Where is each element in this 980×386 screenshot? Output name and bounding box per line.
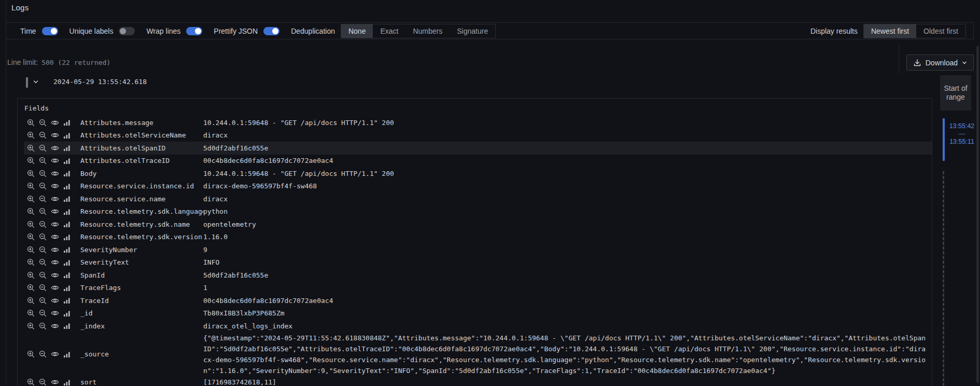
eye-icon[interactable] [51,271,59,279]
eye-icon[interactable] [51,297,59,305]
start-of-range-button[interactable]: Start of range [940,75,971,111]
eye-icon[interactable] [51,322,59,330]
vertical-scrollbar[interactable] [976,46,979,383]
zoom-out-icon[interactable] [39,119,47,127]
display-option-newest-first[interactable]: Newest first [864,24,916,38]
eye-icon[interactable] [51,170,59,177]
zoom-in-icon[interactable] [27,258,35,266]
stats-icon[interactable] [63,284,71,292]
zoom-in-icon[interactable] [27,322,35,330]
unique-labels-switch[interactable] [119,27,135,35]
stats-icon[interactable] [63,183,71,190]
dedup-option-signature[interactable]: Signature [450,24,495,38]
collapse-chevron-icon[interactable] [33,79,39,85]
stats-icon[interactable] [63,157,71,164]
stats-icon[interactable] [63,220,71,228]
zoom-in-icon[interactable] [27,233,35,241]
dedup-option-numbers[interactable]: Numbers [405,24,450,38]
range-time-labels[interactable]: 13:55:42 — 13:55:11 [947,122,977,145]
wrap-lines-switch[interactable] [186,27,202,35]
zoom-out-icon[interactable] [39,309,47,317]
eye-icon[interactable] [51,195,59,203]
zoom-out-icon[interactable] [39,246,47,254]
zoom-in-icon[interactable] [27,182,35,190]
eye-icon[interactable] [51,144,59,152]
zoom-out-icon[interactable] [39,157,47,164]
zoom-in-icon[interactable] [27,284,35,292]
field-name: sort [80,378,203,386]
zoom-out-icon[interactable] [39,170,47,177]
zoom-out-icon[interactable] [39,258,47,266]
zoom-out-icon[interactable] [39,195,47,203]
switch-knob [195,28,201,34]
stats-icon[interactable] [63,322,71,329]
stats-icon[interactable] [63,351,71,358]
zoom-in-icon[interactable] [27,271,35,279]
dedup-option-none[interactable]: None [341,24,373,38]
eye-icon[interactable] [51,233,59,241]
eye-icon[interactable] [51,284,59,292]
zoom-in-icon[interactable] [27,119,35,127]
zoom-in-icon[interactable] [27,195,35,203]
dedup-option-exact[interactable]: Exact [373,24,405,38]
eye-icon[interactable] [51,131,59,139]
stats-icon[interactable] [63,246,71,253]
stats-icon[interactable] [63,195,71,202]
zoom-in-icon[interactable] [27,297,35,305]
time-switch[interactable] [42,27,58,35]
stats-icon[interactable] [63,208,71,215]
zoom-out-icon[interactable] [39,144,47,152]
zoom-out-icon[interactable] [39,297,47,305]
stats-icon[interactable] [63,271,71,279]
field-value: 5d0df2abf16c055e [203,270,927,281]
stats-icon[interactable] [63,297,71,304]
stats-icon[interactable] [63,119,71,126]
download-icon [913,59,921,67]
field-value: 00c4b8dec6d0fa8c1697dc7072ae0ac4 [203,295,927,306]
zoom-out-icon[interactable] [39,350,47,358]
zoom-in-icon[interactable] [27,144,35,152]
field-value: 1 [203,282,927,293]
zoom-out-icon[interactable] [39,182,47,190]
zoom-out-icon[interactable] [39,322,47,330]
eye-icon[interactable] [51,378,59,386]
zoom-in-icon[interactable] [27,246,35,254]
eye-icon[interactable] [51,119,59,127]
stats-icon[interactable] [63,170,71,177]
eye-icon[interactable] [51,258,59,266]
eye-icon[interactable] [51,309,59,317]
zoom-in-icon[interactable] [27,309,35,317]
stats-icon[interactable] [63,132,71,139]
field-row-actions [27,119,80,127]
display-option-oldest-first[interactable]: Oldest first [916,24,965,38]
stats-icon[interactable] [63,379,71,386]
zoom-out-icon[interactable] [39,233,47,241]
zoom-out-icon[interactable] [39,284,47,292]
stats-icon[interactable] [63,259,71,266]
zoom-in-icon[interactable] [27,131,35,139]
zoom-out-icon[interactable] [39,378,47,386]
zoom-out-icon[interactable] [39,208,47,215]
eye-icon[interactable] [51,182,59,190]
download-button[interactable]: Download [906,54,974,71]
zoom-in-icon[interactable] [27,208,35,215]
eye-icon[interactable] [51,220,59,228]
stats-icon[interactable] [63,310,71,317]
range-marker-bar [943,118,945,161]
eye-icon[interactable] [51,350,59,358]
stats-icon[interactable] [63,233,71,241]
zoom-in-icon[interactable] [27,170,35,177]
eye-icon[interactable] [51,208,59,215]
zoom-out-icon[interactable] [39,131,47,139]
eye-icon[interactable] [51,246,59,254]
zoom-in-icon[interactable] [27,220,35,228]
zoom-out-icon[interactable] [39,271,47,279]
zoom-in-icon[interactable] [27,378,35,386]
field-row: TraceFlags 1 [24,282,932,295]
zoom-out-icon[interactable] [39,220,47,228]
eye-icon[interactable] [51,157,59,164]
stats-icon[interactable] [63,144,71,151]
zoom-in-icon[interactable] [27,350,35,358]
zoom-in-icon[interactable] [27,157,35,164]
prettify-json-switch[interactable] [263,27,279,35]
